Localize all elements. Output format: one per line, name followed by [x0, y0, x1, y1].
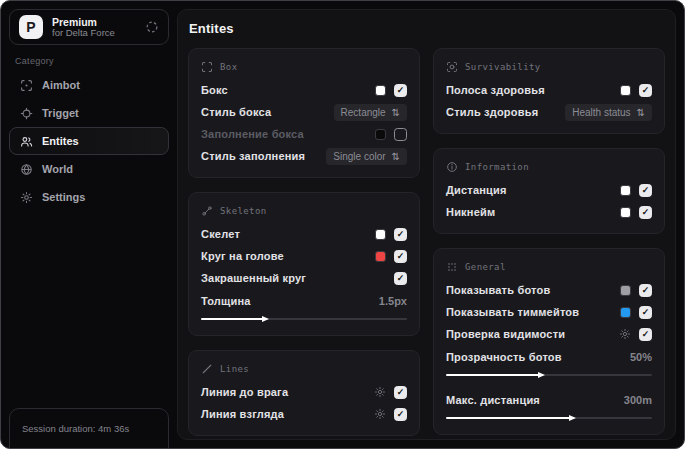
check-icon: ✓	[642, 86, 650, 95]
right-column: Survivability Полоса здоровья ✓ Стиль зд…	[433, 48, 665, 435]
nickname-checkbox[interactable]: ✓	[639, 206, 652, 219]
visibility-check-settings-gear-icon[interactable]	[619, 328, 631, 340]
max-distance-value: 300m	[624, 394, 652, 406]
check-icon: ✓	[642, 330, 650, 339]
check-icon: ✓	[642, 286, 650, 295]
thickness-group: Толщина 1.5px	[201, 290, 407, 325]
row-health-style: Стиль здоровья Health status ⇅	[446, 101, 652, 123]
sync-icon[interactable]	[145, 20, 159, 34]
row-view-line: Линия взгляда ✓	[201, 403, 407, 425]
updown-arrows-icon: ⇅	[392, 151, 400, 162]
distance-checkbox[interactable]: ✓	[639, 184, 652, 197]
check-icon: ✓	[397, 230, 405, 239]
panel-lines: Lines Линия до врага ✓ Линия взгляда	[188, 350, 420, 436]
sidebar-item-aimbot[interactable]: Aimbot	[9, 71, 169, 99]
view-line-settings-gear-icon[interactable]	[374, 408, 386, 420]
show-teammates-checkbox[interactable]: ✓	[639, 306, 652, 319]
row-filled-circle: Закрашенный круг ✓	[201, 267, 407, 289]
panel-general: General Показывать ботов ✓ Показывать ти…	[433, 248, 665, 435]
slider-thumb[interactable]	[262, 316, 269, 322]
dropdown-value: Rectangle	[341, 107, 386, 118]
view-line-checkbox[interactable]: ✓	[394, 408, 407, 421]
bot-opacity-value: 50%	[630, 351, 652, 363]
panel-skeleton-header: Skeleton	[201, 202, 407, 220]
thickness-value: 1.5px	[379, 295, 407, 307]
row-nickname: Никнейм ✓	[446, 201, 652, 223]
aimbot-crosshair-icon	[20, 79, 33, 92]
show-teammates-color-swatch[interactable]	[620, 307, 631, 318]
box-enabled-checkbox[interactable]: ✓	[394, 84, 407, 97]
sidebar-item-label: World	[42, 163, 73, 175]
visibility-check-checkbox[interactable]: ✓	[639, 328, 652, 341]
show-bots-color-swatch[interactable]	[620, 285, 631, 296]
session-duration-text: Session duration: 4m 36s	[22, 423, 129, 434]
dropdown-value: Single color	[333, 151, 385, 162]
diagonal-line-icon	[201, 363, 213, 375]
check-icon: ✓	[642, 308, 650, 317]
sidebar-nav: Aimbot Trigget Entites World	[9, 71, 169, 211]
updown-arrows-icon: ⇅	[637, 107, 645, 118]
skeleton-color-swatch[interactable]	[375, 229, 386, 240]
sidebar-item-trigget[interactable]: Trigget	[9, 99, 169, 127]
row-health-bar: Полоса здоровья ✓	[446, 79, 652, 101]
sidebar-item-label: Settings	[42, 191, 85, 203]
survivability-icon	[446, 61, 458, 73]
row-thickness: Толщина 1.5px	[201, 290, 407, 312]
sidebar-item-world[interactable]: World	[9, 155, 169, 183]
row-visibility-check: Проверка видимости ✓	[446, 323, 652, 345]
check-icon: ✓	[397, 274, 405, 283]
health-style-dropdown[interactable]: Health status ⇅	[565, 104, 652, 121]
gear-icon	[20, 191, 33, 204]
slider-thumb[interactable]	[569, 415, 576, 421]
row-skeleton-enabled: Скелет ✓	[201, 223, 407, 245]
sidebar-item-settings[interactable]: Settings	[9, 183, 169, 211]
panel-general-header: General	[446, 258, 652, 276]
health-bar-checkbox[interactable]: ✓	[639, 84, 652, 97]
trigger-crosshair-icon	[20, 107, 33, 120]
skeleton-checkbox[interactable]: ✓	[394, 228, 407, 241]
panel-box: Box Бокс ✓ Стиль бокса Rectangle ⇅	[188, 48, 420, 178]
box-fill-checkbox[interactable]: ✓	[394, 128, 407, 141]
app-logo: P	[19, 15, 43, 39]
category-label: Category	[15, 56, 54, 66]
show-bots-checkbox[interactable]: ✓	[639, 284, 652, 297]
sidebar-item-entites[interactable]: Entites	[9, 127, 169, 155]
panel-survivability: Survivability Полоса здоровья ✓ Стиль зд…	[433, 48, 665, 134]
check-icon: ✓	[642, 186, 650, 195]
brand-title: Premium	[52, 16, 136, 28]
panel-lines-header: Lines	[201, 360, 407, 378]
max-distance-slider[interactable]	[446, 412, 652, 424]
bot-opacity-group: Прозрачность ботов 50%	[446, 346, 652, 381]
row-distance: Дистанция ✓	[446, 179, 652, 201]
box-fill-color-swatch[interactable]	[375, 129, 386, 140]
brand-text: Premium for Delta Force	[52, 16, 136, 39]
panel-box-header: Box	[201, 58, 407, 76]
head-circle-checkbox[interactable]: ✓	[394, 250, 407, 263]
row-show-bots: Показывать ботов ✓	[446, 279, 652, 301]
app-window: P Premium for Delta Force Category Aimbo…	[0, 0, 685, 449]
slider-thumb[interactable]	[538, 372, 545, 378]
panel-skeleton: Skeleton Скелет ✓ Круг на голове ✓	[188, 192, 420, 336]
nickname-color-swatch[interactable]	[620, 207, 631, 218]
brand-card: P Premium for Delta Force	[9, 9, 169, 45]
head-circle-color-swatch[interactable]	[375, 251, 386, 262]
row-max-distance: Макс. дистанция 300m	[446, 389, 652, 411]
panel-columns: Box Бокс ✓ Стиль бокса Rectangle ⇅	[188, 48, 665, 436]
fill-style-dropdown[interactable]: Single color ⇅	[326, 148, 407, 165]
bot-opacity-slider[interactable]	[446, 369, 652, 381]
session-duration-box: Session duration: 4m 36s	[9, 408, 169, 449]
row-head-circle: Круг на голове ✓	[201, 245, 407, 267]
row-line-to-enemy: Линия до врага ✓	[201, 381, 407, 403]
row-bot-opacity: Прозрачность ботов 50%	[446, 346, 652, 368]
line-to-enemy-checkbox[interactable]: ✓	[394, 386, 407, 399]
sidebar: P Premium for Delta Force Category Aimbo…	[1, 1, 177, 448]
box-style-dropdown[interactable]: Rectangle ⇅	[334, 104, 407, 121]
box-color-swatch[interactable]	[375, 85, 386, 96]
health-bar-color-swatch[interactable]	[620, 85, 631, 96]
thickness-slider[interactable]	[201, 313, 407, 325]
distance-color-swatch[interactable]	[620, 185, 631, 196]
line-to-enemy-settings-gear-icon[interactable]	[374, 386, 386, 398]
sidebar-item-label: Entites	[42, 135, 79, 147]
left-column: Box Бокс ✓ Стиль бокса Rectangle ⇅	[188, 48, 420, 436]
filled-circle-checkbox[interactable]: ✓	[394, 272, 407, 285]
